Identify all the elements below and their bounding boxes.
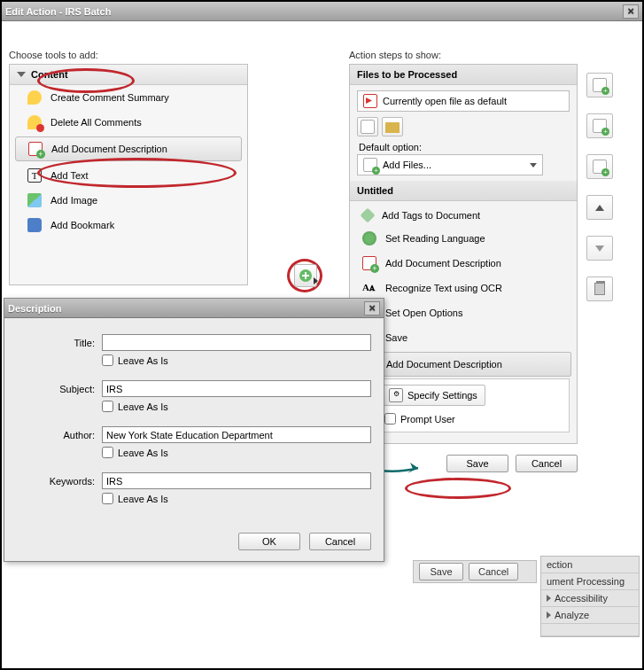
tool-add-document-description[interactable]: Add Document Description (15, 136, 242, 161)
content-header-label: Content (31, 69, 68, 80)
title-leave-row[interactable]: Leave As Is (102, 354, 371, 366)
leave-label: Leave As Is (118, 448, 168, 458)
arrow-right-icon (314, 277, 318, 284)
title-leave-checkbox[interactable] (102, 354, 113, 366)
tools-panel: Content Create Comment Summary Delete Al… (9, 64, 248, 285)
side-btn-2[interactable] (586, 113, 613, 138)
description-title: Description (8, 303, 62, 314)
delete-comment-icon (27, 115, 42, 129)
add-files-icon (363, 158, 377, 172)
add-files-dropdown[interactable]: Add Files... (357, 154, 543, 175)
subject-input[interactable] (102, 380, 371, 397)
step-add-doc-desc[interactable]: Add Document Description (350, 251, 577, 276)
author-leave-checkbox[interactable] (102, 447, 113, 458)
tool-delete-all-comments[interactable]: Delete All Comments (10, 110, 247, 135)
side-btn-3[interactable] (586, 154, 613, 179)
bg-row-analyze[interactable]: Analyze (541, 607, 639, 624)
ocr-icon (362, 281, 376, 295)
close-icon[interactable]: ✕ (364, 301, 380, 316)
tool-label: Delete All Comments (50, 117, 142, 128)
step-settings-panel: Specify Settings Prompt User (375, 378, 570, 432)
leave-label: Leave As Is (118, 355, 168, 366)
untitled-section-header: Untitled (350, 181, 577, 201)
add-panel-icon (593, 160, 607, 174)
subject-leave-checkbox[interactable] (102, 401, 113, 412)
tool-label: Create Comment Summary (50, 92, 169, 103)
cancel-button[interactable]: Cancel (516, 455, 578, 472)
step-label: Save (385, 332, 407, 343)
pdf-icon (363, 94, 377, 108)
author-input[interactable] (102, 426, 371, 443)
prompt-user-label: Prompt User (400, 414, 455, 425)
add-tool-button[interactable] (294, 264, 317, 287)
prompt-user-row[interactable]: Prompt User (381, 411, 563, 426)
step-set-reading-language[interactable]: Set Reading Language (350, 226, 577, 251)
tool-add-text[interactable]: Add Text (10, 163, 247, 188)
keywords-leave-row[interactable]: Leave As Is (102, 493, 371, 504)
tool-label: Add Image (50, 195, 97, 206)
step-add-tags[interactable]: Add Tags to Document (350, 205, 577, 226)
author-leave-row[interactable]: Leave As Is (102, 447, 371, 458)
subject-leave-row[interactable]: Leave As Is (102, 401, 371, 412)
specify-settings-button[interactable]: Specify Settings (381, 385, 485, 406)
tool-add-image[interactable]: Add Image (10, 188, 247, 213)
tag-icon (361, 208, 376, 223)
window-title: Edit Action - IRS Batch (5, 6, 111, 17)
step-recognize-ocr[interactable]: Recognize Text using OCR (350, 276, 577, 300)
bg-row[interactable]: ection (541, 557, 639, 573)
add-doc-icon (362, 256, 376, 270)
side-btn-1[interactable] (586, 73, 613, 97)
leave-label: Leave As Is (118, 401, 168, 412)
collapse-icon (17, 72, 26, 77)
files-section-header: Files to be Processed (350, 65, 577, 85)
step-add-doc-desc-2[interactable]: Add Document Description (355, 352, 571, 377)
new-file-button[interactable] (357, 117, 378, 136)
close-icon[interactable]: ✕ (623, 4, 639, 19)
delete-step-button[interactable] (586, 277, 613, 301)
chevron-right-icon (547, 595, 551, 602)
content-section-header[interactable]: Content (10, 65, 247, 85)
side-toolbar (586, 73, 613, 301)
save-button[interactable]: Save (446, 455, 508, 472)
add-doc-icon (28, 142, 43, 156)
action-steps-label: Action steps to show: (349, 50, 637, 60)
tool-create-comment-summary[interactable]: Create Comment Summary (10, 85, 247, 110)
keywords-leave-checkbox[interactable] (102, 493, 113, 504)
bg-row-accessibility[interactable]: Accessibility (541, 590, 639, 607)
cancel-button[interactable]: Cancel (309, 533, 371, 550)
specify-settings-label: Specify Settings (407, 390, 477, 401)
add-files-label: Add Files... (383, 160, 431, 170)
tool-label: Add Bookmark (50, 220, 114, 230)
ok-button[interactable]: OK (238, 533, 300, 550)
keywords-input[interactable] (102, 472, 371, 489)
comment-icon (27, 90, 42, 105)
add-folder-icon (593, 119, 607, 133)
text-icon (27, 168, 42, 183)
current-file-label: Currently open file as default (383, 96, 507, 106)
description-titlebar: Description ✕ (4, 299, 384, 318)
step-label: Add Document Description (385, 258, 501, 269)
open-folder-button[interactable] (382, 117, 403, 136)
default-option-label: Default option: (359, 142, 570, 152)
bg-cancel-button[interactable]: Cancel (469, 563, 518, 580)
title-input[interactable] (102, 334, 371, 351)
author-field-label: Author: (17, 430, 95, 440)
move-up-button[interactable] (586, 195, 613, 220)
triangle-up-icon (595, 205, 604, 211)
move-down-button[interactable] (586, 236, 613, 261)
main-titlebar: Edit Action - IRS Batch ✕ (2, 2, 642, 21)
step-label: Recognize Text using OCR (385, 283, 502, 293)
bg-save-button[interactable]: Save (419, 563, 463, 580)
triangle-down-icon (595, 245, 604, 252)
tool-add-bookmark[interactable]: Add Bookmark (10, 213, 247, 238)
prompt-user-checkbox[interactable] (384, 413, 396, 425)
bg-row[interactable]: ument Processing (541, 573, 639, 590)
step-label: Set Open Options (385, 308, 462, 318)
description-dialog: Description ✕ Title: Leave As Is Subject… (4, 298, 384, 562)
step-label: Add Tags to Document (382, 210, 480, 221)
chevron-down-icon (530, 163, 537, 168)
title-field-label: Title: (17, 338, 95, 348)
subject-field-label: Subject: (17, 384, 95, 394)
background-accordion: ection ument Processing Accessibility An… (540, 556, 640, 637)
add-step-icon (593, 78, 607, 92)
